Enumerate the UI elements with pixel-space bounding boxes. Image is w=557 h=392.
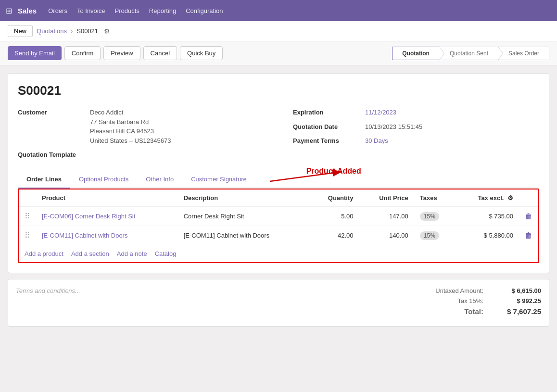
untaxed-label: Untaxed Amount: — [435, 287, 483, 294]
drag-handle-1[interactable]: ⠿ — [25, 212, 30, 220]
main-content: S00021 Customer Deco Addict 77 Santa Bar… — [0, 65, 557, 334]
tab-customer-signature[interactable]: Customer Signature Product Added — [182, 171, 255, 189]
record-title: S00021 — [18, 83, 539, 98]
tabs: Order Lines Optional Products Other Info… — [18, 171, 539, 189]
col-taxes: Taxes — [414, 190, 456, 207]
tax-value: $ 992.25 — [503, 297, 541, 304]
form-col-right: Expiration 11/12/2023 Quotation Date 10/… — [293, 108, 539, 163]
delete-row-1-icon[interactable]: 🗑 — [525, 212, 532, 220]
tax-row: Tax 15%: $ 992.25 — [435, 297, 541, 304]
expiration-label: Expiration — [293, 108, 365, 116]
tax-excl-2: $ 5,880.00 — [456, 226, 519, 245]
quantity-1[interactable]: 5.00 — [309, 207, 359, 226]
nav-configuration[interactable]: Configuration — [186, 7, 223, 14]
app-name[interactable]: Sales — [18, 7, 37, 15]
totals-section: Terms and conditions... Untaxed Amount: … — [8, 279, 549, 326]
tax-2: 15% — [414, 226, 456, 245]
description-2: [E-COM11] Cabinet with Doors — [178, 226, 309, 245]
customer-address-2: Pleasant Hill CA 94523 — [90, 126, 171, 136]
tax-badge-1[interactable]: 15% — [420, 212, 439, 221]
status-quotation-sent[interactable]: Quotation Sent — [440, 47, 498, 60]
payment-terms-value[interactable]: 30 Days — [365, 136, 388, 146]
columns-settings-icon[interactable]: ⚙ — [507, 194, 513, 202]
total-value: $ 7,607.25 — [503, 307, 541, 316]
quotation-template-label: Quotation Template — [18, 150, 90, 158]
col-product: Product — [36, 190, 178, 207]
add-links-area: Add a product Add a section Add a note C… — [19, 245, 538, 262]
customer-label: Customer — [18, 108, 90, 116]
customer-address-1: 77 Santa Barbara Rd — [90, 117, 171, 127]
expiration-value[interactable]: 11/12/2023 — [365, 108, 396, 117]
status-sales-order[interactable]: Sales Order — [498, 47, 549, 60]
delete-row-2-icon[interactable]: 🗑 — [525, 231, 532, 240]
quantity-2[interactable]: 42.00 — [309, 226, 359, 245]
col-tax-excl: Tax excl. ⚙ — [456, 190, 519, 207]
grid-icon[interactable]: ⊞ — [6, 6, 12, 15]
nav-orders[interactable]: Orders — [48, 7, 67, 14]
action-buttons: Send by Email Confirm Preview Cancel Qui… — [8, 46, 223, 60]
tax-badge-2[interactable]: 15% — [420, 231, 439, 240]
form-card: S00021 Customer Deco Addict 77 Santa Bar… — [8, 73, 549, 273]
breadcrumb-current: S00021 — [76, 27, 98, 35]
settings-gear-icon[interactable]: ⚙ — [104, 27, 110, 35]
col-unit-price: Unit Price — [359, 190, 414, 207]
tax-label: Tax 15%: — [458, 297, 483, 304]
top-navigation: ⊞ Sales Orders To Invoice Products Repor… — [0, 0, 557, 21]
description-1: Corner Desk Right Sit — [178, 207, 309, 226]
order-lines-table-section: Product Description Quantity Unit Price … — [18, 189, 539, 263]
breadcrumb-parent[interactable]: Quotations — [37, 27, 67, 35]
add-note-link[interactable]: Add a note — [117, 250, 147, 257]
quotation-template-row: Quotation Template — [18, 150, 264, 158]
tax-1: 15% — [414, 207, 456, 226]
product-name-2[interactable]: [E-COM11] Cabinet with Doors — [42, 232, 127, 239]
confirm-button[interactable]: Confirm — [64, 46, 101, 60]
nav-reporting[interactable]: Reporting — [149, 7, 176, 14]
unit-price-1[interactable]: 147.00 — [359, 207, 414, 226]
col-actions — [519, 190, 538, 207]
cancel-button[interactable]: Cancel — [143, 46, 177, 60]
payment-terms-label: Payment Terms — [293, 136, 365, 144]
quotation-date-label: Quotation Date — [293, 122, 365, 130]
product-name-1[interactable]: [E-COM06] Corner Desk Right Sit — [42, 213, 135, 220]
customer-field-row: Customer Deco Addict 77 Santa Barbara Rd… — [18, 108, 264, 145]
drag-handle-2[interactable]: ⠿ — [25, 231, 30, 240]
status-quotation[interactable]: Quotation — [392, 47, 440, 60]
send-by-email-button[interactable]: Send by Email — [8, 46, 62, 60]
col-description: Description — [178, 190, 309, 207]
customer-name[interactable]: Deco Addict — [90, 108, 171, 117]
form-fields-row: Customer Deco Addict 77 Santa Barbara Rd… — [18, 108, 539, 163]
add-section-link[interactable]: Add a section — [71, 250, 109, 257]
tab-other-info[interactable]: Other Info — [137, 171, 182, 189]
new-button[interactable]: New — [8, 25, 33, 37]
table-row: ⠿ [E-COM06] Corner Desk Right Sit Corner… — [19, 207, 538, 226]
table-row: ⠿ [E-COM11] Cabinet with Doors [E-COM11]… — [19, 226, 538, 245]
unit-price-2[interactable]: 140.00 — [359, 226, 414, 245]
untaxed-value: $ 6,615.00 — [503, 287, 541, 294]
order-table: Product Description Quantity Unit Price … — [19, 190, 538, 245]
totals-card: Terms and conditions... Untaxed Amount: … — [8, 279, 549, 327]
customer-value: Deco Addict 77 Santa Barbara Rd Pleasant… — [90, 108, 171, 145]
tab-order-lines[interactable]: Order Lines — [18, 171, 70, 189]
form-col-left: Customer Deco Addict 77 Santa Barbara Rd… — [18, 108, 264, 163]
tax-excl-1: $ 735.00 — [456, 207, 519, 226]
nav-to-invoice[interactable]: To Invoice — [77, 7, 105, 14]
product-added-label: Product Added — [306, 167, 361, 176]
customer-address-3: United States – US12345673 — [90, 136, 171, 146]
col-drag — [19, 190, 36, 207]
quotation-date-value: 10/13/2023 15:51:45 — [365, 122, 422, 132]
quotation-date-row: Quotation Date 10/13/2023 15:51:45 — [293, 122, 539, 132]
tab-optional-products[interactable]: Optional Products — [70, 171, 137, 189]
action-bar: Send by Email Confirm Preview Cancel Qui… — [0, 41, 557, 65]
preview-button[interactable]: Preview — [103, 46, 140, 60]
add-product-link[interactable]: Add a product — [25, 250, 63, 257]
total-label: Total: — [464, 307, 483, 316]
status-bar: Quotation Quotation Sent Sales Order — [392, 47, 549, 60]
catalog-link[interactable]: Catalog — [155, 250, 177, 257]
expiration-row: Expiration 11/12/2023 — [293, 108, 539, 117]
untaxed-row: Untaxed Amount: $ 6,615.00 — [435, 287, 541, 294]
terms-conditions[interactable]: Terms and conditions... — [16, 287, 80, 294]
total-row: Total: $ 7,607.25 — [435, 307, 541, 316]
nav-products[interactable]: Products — [114, 7, 139, 14]
quick-buy-button[interactable]: Quick Buy — [180, 46, 223, 60]
payment-terms-row: Payment Terms 30 Days — [293, 136, 539, 146]
